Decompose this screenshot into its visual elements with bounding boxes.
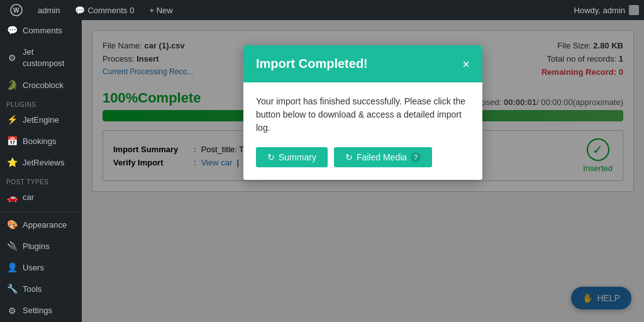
sidebar-label-bookings: Bookings <box>23 136 56 147</box>
sidebar-label-jetreviews: JetReviews <box>23 157 64 169</box>
modal-title: Import Completed! <box>256 57 368 71</box>
sidebar-label-crocoblock: Crocoblock <box>23 80 64 91</box>
sidebar-label-plugins: Plugins <box>23 241 50 252</box>
sidebar-label-users: Users <box>23 262 44 274</box>
sidebar-label-appearance: Appearance <box>23 219 67 231</box>
car-icon: 🚗 <box>6 192 18 203</box>
sidebar-label-jet-custompost: Jet custompost <box>23 47 75 69</box>
summary-button[interactable]: ↻ Summary <box>256 147 328 167</box>
tools-icon: 🔧 <box>6 284 18 295</box>
sidebar-label-comments: Comments <box>23 25 62 36</box>
comments-icon: 💬 <box>75 6 85 15</box>
admin-bar-left: W admin 💬 Comments 0 + New <box>5 4 178 16</box>
sidebar-label-tools: Tools <box>23 284 42 295</box>
sidebar-label-car: car <box>23 192 34 203</box>
failed-media-button[interactable]: ↻ Failed Media ? <box>334 147 432 167</box>
posttypes-section-label: POST TYPES <box>0 174 82 187</box>
sidebar-item-bookings[interactable]: 📅 Bookings <box>0 131 82 152</box>
svg-text:W: W <box>13 7 19 14</box>
sidebar-label-jetengine: JetEngine <box>23 114 59 126</box>
users-icon: 👤 <box>6 262 18 274</box>
comments-count: 0 <box>130 6 134 15</box>
sidebar-item-comments[interactable]: 💬 Comments <box>0 20 82 42</box>
settings-icon: ⚙ <box>6 305 18 316</box>
sidebar-item-settings[interactable]: ⚙ Settings <box>0 300 82 321</box>
modal-header: Import Completed! × <box>243 45 482 82</box>
modal-overlay: Import Completed! × Your import has fini… <box>82 20 644 322</box>
comments-icon: 💬 <box>6 25 18 36</box>
failed-media-help-icon: ? <box>411 152 421 162</box>
plugins-section-label: PLUGINS <box>0 96 82 109</box>
failed-media-icon: ↻ <box>345 152 353 162</box>
sidebar-item-jetreviews[interactable]: ⭐ JetReviews <box>0 152 82 174</box>
admin-bar-right: Howdy, admin <box>574 5 639 15</box>
wp-logo-item[interactable]: W <box>5 4 28 16</box>
sidebar-menu: 💬 Comments ⚙ Jet custompost 🐊 Crocoblock… <box>0 20 82 322</box>
avatar <box>629 5 639 15</box>
modal-actions: ↻ Summary ↻ Failed Media ? <box>256 147 470 167</box>
crocoblock-icon: 🐊 <box>6 80 18 91</box>
appearance-icon: 🎨 <box>6 219 18 231</box>
admin-bar: W admin 💬 Comments 0 + New Howdy, admin <box>0 0 644 20</box>
jet-custompost-icon: ⚙ <box>6 52 18 64</box>
sidebar: 💬 Comments ⚙ Jet custompost 🐊 Crocoblock… <box>0 20 82 322</box>
new-item[interactable]: + New <box>145 6 178 15</box>
modal-close-button[interactable]: × <box>462 58 470 70</box>
divider-1 <box>0 211 82 212</box>
sidebar-item-users[interactable]: 👤 Users <box>0 257 82 279</box>
modal-text: Your import has finished successfully. P… <box>256 95 470 135</box>
comments-item[interactable]: 💬 Comments 0 <box>70 6 139 15</box>
jetengine-icon: ⚡ <box>6 114 18 126</box>
new-label: + New <box>150 6 173 15</box>
sidebar-item-car[interactable]: 🚗 car <box>0 187 82 208</box>
sidebar-item-appearance[interactable]: 🎨 Appearance <box>0 214 82 236</box>
summary-icon: ↻ <box>267 152 275 162</box>
comments-label: Comments <box>87 6 127 15</box>
bookings-icon: 📅 <box>6 136 18 147</box>
sidebar-label-settings: Settings <box>23 305 52 316</box>
plugins-icon: 🔌 <box>6 241 18 252</box>
howdy-text: Howdy, admin <box>574 6 625 15</box>
sidebar-item-plugins[interactable]: 🔌 Plugins <box>0 236 82 257</box>
sidebar-item-tools[interactable]: 🔧 Tools <box>0 279 82 300</box>
sidebar-item-crocoblock[interactable]: 🐊 Crocoblock <box>0 75 82 96</box>
jetreviews-icon: ⭐ <box>6 157 18 169</box>
sidebar-item-jet-custompost[interactable]: ⚙ Jet custompost <box>0 42 82 74</box>
sidebar-item-jetengine[interactable]: ⚡ JetEngine <box>0 109 82 131</box>
site-name-item[interactable]: admin <box>33 6 65 15</box>
failed-media-btn-label: Failed Media <box>357 152 407 162</box>
summary-btn-label: Summary <box>279 152 316 162</box>
site-name: admin <box>38 6 60 15</box>
modal-body: Your import has finished successfully. P… <box>243 82 482 180</box>
import-completed-modal: Import Completed! × Your import has fini… <box>243 45 482 180</box>
